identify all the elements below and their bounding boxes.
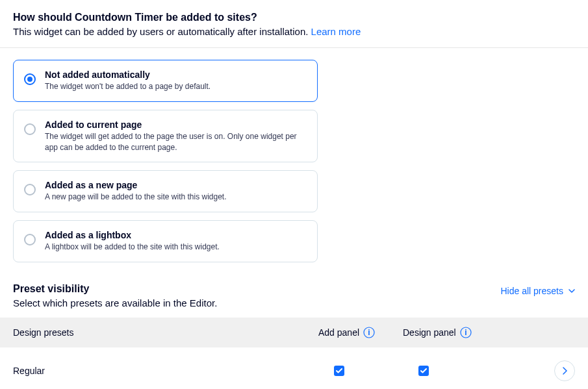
col-design-presets-header: Design presets <box>13 327 318 338</box>
radio-indicator <box>24 73 36 85</box>
table-row: Regular <box>0 347 588 389</box>
hide-all-presets-button[interactable]: Hide all presets <box>501 286 576 296</box>
col-add-panel-header: Add panel i <box>318 327 403 338</box>
radio-title: Not added automatically <box>45 69 307 80</box>
preset-subtitle: Select which presets are available in th… <box>13 297 501 308</box>
svg-text:i: i <box>465 328 467 337</box>
preset-name: Regular <box>13 366 318 376</box>
radio-option-not-added[interactable]: Not added automatically The widget won't… <box>13 60 318 102</box>
section-subtitle: This widget can be added by users or aut… <box>13 26 575 37</box>
radio-group: Not added automatically The widget won't… <box>0 48 588 269</box>
design-panel-checkbox[interactable] <box>418 366 429 376</box>
radio-option-new-page[interactable]: Added as a new page A new page will be a… <box>13 170 318 212</box>
section-title: How should Countdown Timer be added to s… <box>13 12 575 23</box>
row-expand-button[interactable] <box>554 360 575 381</box>
radio-desc: The widget will get added to the page th… <box>45 131 307 153</box>
hide-all-label: Hide all presets <box>501 286 564 296</box>
radio-indicator <box>24 234 36 245</box>
info-icon[interactable]: i <box>363 327 375 338</box>
svg-text:i: i <box>368 328 370 337</box>
radio-desc: The widget won't be added to a page by d… <box>45 81 307 92</box>
radio-title: Added to current page <box>45 119 307 130</box>
add-panel-cell <box>318 366 403 376</box>
design-panel-cell <box>403 366 500 376</box>
radio-option-lightbox[interactable]: Added as a lightbox A lightbox will be a… <box>13 220 318 262</box>
learn-more-link[interactable]: Learn more <box>311 26 361 37</box>
radio-indicator <box>24 123 36 135</box>
radio-content: Added to current page The widget will ge… <box>45 119 307 153</box>
radio-option-current-page[interactable]: Added to current page The widget will ge… <box>13 110 318 163</box>
add-options-section: How should Countdown Timer be added to s… <box>0 0 588 37</box>
info-icon[interactable]: i <box>460 327 472 338</box>
preset-table-header: Design presets Add panel i Design panel … <box>0 318 588 347</box>
chevron-down-icon <box>569 289 575 293</box>
preset-header-left: Preset visibility Select which presets a… <box>13 283 501 308</box>
radio-title: Added as a lightbox <box>45 230 307 240</box>
subtitle-text: This widget can be added by users or aut… <box>13 26 311 37</box>
add-panel-label: Add panel <box>318 327 359 338</box>
preset-title: Preset visibility <box>13 283 501 295</box>
action-cell <box>500 360 575 381</box>
radio-content: Added as a lightbox A lightbox will be a… <box>45 230 307 253</box>
preset-header: Preset visibility Select which presets a… <box>0 269 588 318</box>
radio-title: Added as a new page <box>45 180 307 190</box>
add-panel-checkbox[interactable] <box>334 366 344 376</box>
col-design-panel-header: Design panel i <box>403 327 500 338</box>
radio-desc: A lightbox will be added to the site wit… <box>45 242 307 253</box>
radio-content: Not added automatically The widget won't… <box>45 69 307 92</box>
radio-indicator <box>24 184 36 195</box>
radio-desc: A new page will be added to the site wit… <box>45 192 307 203</box>
radio-content: Added as a new page A new page will be a… <box>45 180 307 203</box>
design-panel-label: Design panel <box>403 327 456 338</box>
